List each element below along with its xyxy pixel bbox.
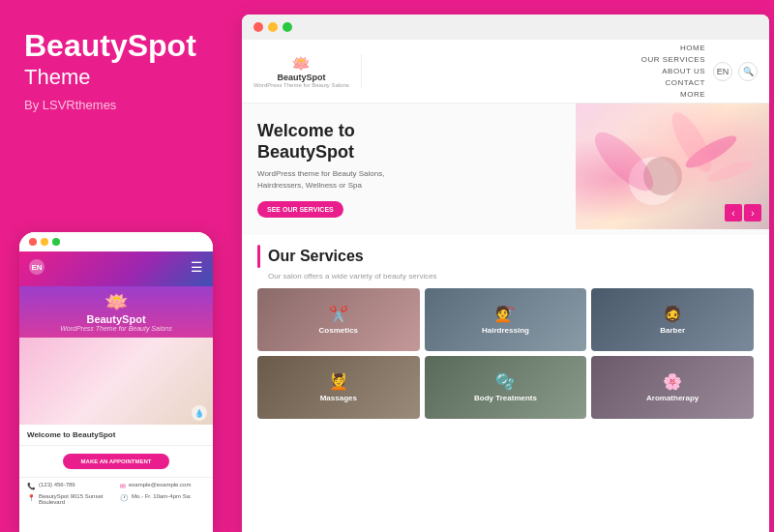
service-card-massages[interactable]: 💆 Massages xyxy=(257,356,420,419)
mobile-top-bar xyxy=(19,232,213,251)
nav-right-icons: EN 🔍 xyxy=(713,62,758,81)
service-card-aromatherapy[interactable]: 🌸 Aromatherapy xyxy=(591,356,754,419)
mobile-phone-number: (123) 456-789 xyxy=(39,482,75,488)
service-card-content-aromatherapy: 🌸 Aromatherapy xyxy=(646,372,699,402)
nav-link-more[interactable]: MORE xyxy=(680,90,705,99)
browser-mockup: 🪷 BeautySpot WordPress Theme for Beauty … xyxy=(242,15,769,532)
nav-tagline: WordPress Theme for Beauty Salons xyxy=(253,82,349,88)
aromatherapy-icon: 🌸 xyxy=(646,372,699,391)
hero-next-arrow[interactable]: › xyxy=(744,204,761,222)
mobile-tagline: WordPress Theme for Beauty Salons xyxy=(19,325,213,332)
mobile-dot-yellow xyxy=(41,238,48,246)
hero-section: Welcome toBeautySpot WordPress theme for… xyxy=(242,103,769,235)
nav-brand-name: BeautySpot xyxy=(277,73,325,82)
mobile-footer-row-1: 📞 (123) 456-789 ✉ example@example.com xyxy=(27,482,205,490)
browser-dot-yellow xyxy=(268,22,278,32)
email-icon: ✉ xyxy=(120,483,126,490)
website-nav: 🪷 BeautySpot WordPress Theme for Beauty … xyxy=(242,40,769,103)
mobile-hero-image: 💧 xyxy=(19,338,213,425)
nav-links: HOME OUR SERVICES ABOUT US CONTACT MORE xyxy=(370,44,705,99)
nav-search-icon[interactable]: 🔍 xyxy=(738,62,758,81)
mobile-footer-hours: 🕐 Mo.- Fr. 10am-4pm Sa: xyxy=(120,493,205,505)
barber-icon: 🧔 xyxy=(660,305,685,323)
hero-description: WordPress theme for Beauty Salons,Hairdr… xyxy=(257,168,560,192)
service-card-content-body-treatments: 🫧 Body Treatments xyxy=(474,372,537,402)
services-accent-bar xyxy=(257,245,260,268)
massages-icon: 💆 xyxy=(320,372,357,391)
phone-icon: 📞 xyxy=(27,483,36,490)
aromatherapy-label: Aromatherapy xyxy=(646,394,699,402)
mobile-footer-info: 📞 (123) 456-789 ✉ example@example.com 📍 … xyxy=(19,477,213,512)
left-panel: BeautySpot Theme By LSVRthemes EN ☰ 🪷 Be… xyxy=(0,0,242,532)
mobile-mockup: EN ☰ 🪷 BeautySpot WordPress Theme for Be… xyxy=(19,232,213,532)
nav-lotus-icon: 🪷 xyxy=(291,54,311,73)
massages-label: Massages xyxy=(320,394,357,402)
service-card-content-hairdressing: 💇 Hairdressing xyxy=(482,305,529,335)
brand-subtitle: Theme xyxy=(24,65,218,90)
mobile-menu-icon[interactable]: ☰ xyxy=(191,259,203,275)
mobile-header: EN ☰ xyxy=(19,251,213,286)
services-subtitle: Our salon offers a wide variety of beaut… xyxy=(268,272,754,281)
hero-prev-arrow[interactable]: ‹ xyxy=(725,204,742,222)
mobile-email-address: example@example.com xyxy=(129,482,191,488)
services-section: Our Services Our salon offers a wide var… xyxy=(242,235,769,429)
mobile-image-overlay-icon: 💧 xyxy=(192,405,207,421)
mobile-dot-red xyxy=(29,238,37,246)
hero-image: ‹ › xyxy=(576,103,769,229)
nav-en-badge[interactable]: EN xyxy=(713,62,732,81)
barber-label: Barber xyxy=(660,326,685,335)
nav-link-contact[interactable]: CONTACT xyxy=(665,78,705,87)
brand-title: BeautySpot xyxy=(24,29,218,63)
hero-cta-button[interactable]: SEE OUR SERVICES xyxy=(257,201,343,218)
services-title: Our Services xyxy=(268,248,364,265)
body-treatments-icon: 🫧 xyxy=(474,372,537,391)
service-card-body-treatments[interactable]: 🫧 Body Treatments xyxy=(425,356,587,419)
services-grid: ✂️ Cosmetics 💇 Hairdressing 🧔 Barber xyxy=(257,288,754,419)
mobile-address-text: BeautySpot 9015 Sunset Boulevard xyxy=(39,493,112,505)
cosmetics-icon: ✂️ xyxy=(319,305,358,323)
mobile-hours-text: Mo.- Fr. 10am-4pm Sa: xyxy=(132,493,192,499)
hairdressing-icon: 💇 xyxy=(482,305,529,323)
services-header: Our Services xyxy=(257,245,754,268)
service-card-content-cosmetics: ✂️ Cosmetics xyxy=(319,305,358,335)
svg-point-1 xyxy=(705,158,755,185)
brand-by: By LSVRthemes xyxy=(24,98,218,112)
mobile-logo-area: 🪷 BeautySpot WordPress Theme for Beauty … xyxy=(19,286,213,338)
browser-top-bar xyxy=(242,15,769,40)
cosmetics-label: Cosmetics xyxy=(319,326,358,335)
nav-link-services[interactable]: OUR SERVICES xyxy=(641,55,705,64)
service-card-cosmetics[interactable]: ✂️ Cosmetics xyxy=(257,288,420,351)
service-card-barber[interactable]: 🧔 Barber xyxy=(591,288,754,351)
mobile-footer-row-2: 📍 BeautySpot 9015 Sunset Boulevard 🕐 Mo.… xyxy=(27,493,205,505)
service-card-content-massages: 💆 Massages xyxy=(320,372,357,402)
hero-nav-arrows: ‹ › xyxy=(725,204,761,222)
browser-dot-red xyxy=(253,22,263,32)
mobile-footer-email: ✉ example@example.com xyxy=(120,482,205,490)
mobile-welcome-text: Welcome to BeautySpot xyxy=(19,425,213,446)
mobile-appointment-button[interactable]: MAKE AN APPOINTMENT xyxy=(63,454,169,469)
mobile-lotus-icon: 🪷 xyxy=(19,290,213,313)
mobile-footer-address: 📍 BeautySpot 9015 Sunset Boulevard xyxy=(27,493,112,505)
location-icon: 📍 xyxy=(27,494,36,502)
service-card-hairdressing[interactable]: 💇 Hairdressing xyxy=(425,288,587,351)
service-card-content-barber: 🧔 Barber xyxy=(660,305,685,335)
hero-content: Welcome toBeautySpot WordPress theme for… xyxy=(242,103,576,235)
hero-title: Welcome toBeautySpot xyxy=(257,121,560,163)
mobile-dot-green xyxy=(52,238,60,246)
mobile-brand-name: BeautySpot xyxy=(19,313,213,325)
mobile-footer-phone: 📞 (123) 456-789 xyxy=(27,482,112,490)
hairdressing-label: Hairdressing xyxy=(482,326,529,335)
nav-logo: 🪷 BeautySpot WordPress Theme for Beauty … xyxy=(253,54,362,88)
body-treatments-label: Body Treatments xyxy=(474,394,537,402)
nav-link-about[interactable]: ABOUT US xyxy=(662,67,705,75)
mobile-en-badge[interactable]: EN xyxy=(29,259,45,275)
clock-icon: 🕐 xyxy=(120,494,129,502)
nav-link-home[interactable]: HOME xyxy=(680,44,705,52)
browser-dot-green xyxy=(283,22,292,32)
